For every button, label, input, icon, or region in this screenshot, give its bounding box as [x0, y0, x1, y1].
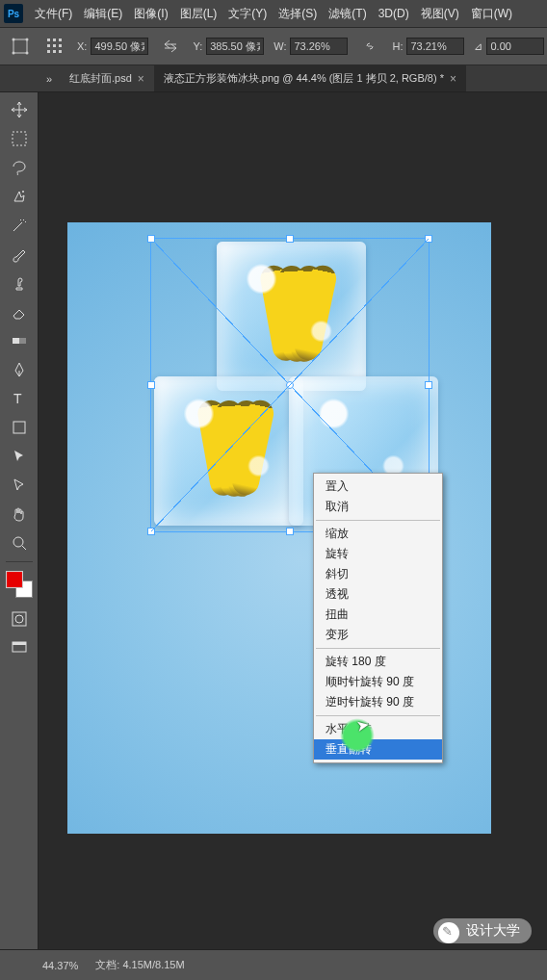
hand-tool-icon[interactable] [6, 501, 33, 528]
ctx-cancel[interactable]: 取消 [314, 497, 442, 517]
svg-rect-10 [59, 44, 62, 47]
eraser-tool-icon[interactable] [6, 298, 33, 325]
foreground-color-icon[interactable] [6, 571, 23, 588]
type-tool-icon[interactable]: T [6, 385, 33, 412]
x-input[interactable] [91, 38, 148, 55]
lasso-tool-icon[interactable] [6, 154, 33, 181]
svg-rect-13 [59, 50, 62, 53]
ctx-sep-1 [316, 520, 440, 521]
watermark-badge: 设计大学 [433, 918, 532, 943]
menu-edit[interactable]: 编辑(E) [84, 6, 122, 22]
status-doc-label: 文档: [95, 959, 119, 970]
brush-tool-icon[interactable] [6, 241, 33, 268]
svg-rect-6 [53, 39, 56, 41]
menu-select[interactable]: 选择(S) [278, 6, 317, 22]
ctx-scale[interactable]: 缩放 [314, 524, 442, 544]
tab-2-close-icon[interactable]: × [450, 72, 456, 86]
w-label: W: [274, 40, 286, 52]
ctx-rotate[interactable]: 旋转 [314, 544, 442, 564]
svg-rect-5 [47, 39, 50, 41]
ctx-flip-v[interactable]: 垂直翻转 [314, 739, 442, 760]
angle-label: ⊿ [474, 40, 482, 53]
y-field: Y: [193, 38, 264, 55]
y-label: Y: [193, 40, 202, 52]
status-bar: 44.37% 文档: 4.15M/8.15M [0, 949, 547, 980]
direct-select-tool-icon[interactable] [6, 472, 33, 499]
wand-tool-icon[interactable] [6, 212, 33, 239]
menu-window[interactable]: 窗口(W) [471, 6, 512, 22]
tab-1-label: 红底封面.psd [69, 71, 132, 86]
y-input[interactable] [206, 38, 264, 55]
svg-rect-14 [13, 132, 26, 145]
tab-2-label: 液态正方形装饰冰块.png @ 44.4% (图层 1 拷贝 2, RGB/8)… [164, 71, 444, 86]
ctx-rotate-cw[interactable]: 顺时针旋转 90 度 [314, 672, 442, 692]
w-input[interactable] [290, 38, 348, 55]
menu-image[interactable]: 图像(I) [134, 6, 168, 22]
menu-bar: Ps 文件(F) 编辑(E) 图像(I) 图层(L) 文字(Y) 选择(S) 滤… [0, 0, 547, 27]
tab-2[interactable]: 液态正方形装饰冰块.png @ 44.4% (图层 1 拷贝 2, RGB/8)… [154, 65, 466, 91]
zoom-tool-icon[interactable] [6, 529, 33, 556]
marquee-tool-icon[interactable] [6, 125, 33, 152]
gradient-tool-icon[interactable] [6, 327, 33, 354]
svg-rect-7 [59, 39, 62, 41]
svg-rect-0 [13, 39, 27, 53]
status-doc-value: 4.15M/8.15M [122, 959, 184, 970]
document-tabs: » 红底封面.psd × 液态正方形装饰冰块.png @ 44.4% (图层 1… [0, 65, 547, 92]
svg-rect-12 [53, 50, 56, 53]
pen-tool-icon[interactable] [6, 356, 33, 383]
status-zoom[interactable]: 44.37% [42, 960, 78, 971]
link-icon[interactable] [357, 34, 382, 59]
path-select-tool-icon[interactable] [6, 443, 33, 470]
menu-file[interactable]: 文件(F) [35, 6, 72, 22]
svg-point-3 [13, 52, 15, 55]
ctx-perspective[interactable]: 透视 [314, 584, 442, 605]
svg-rect-24 [13, 642, 26, 645]
menu-view[interactable]: 视图(V) [421, 6, 459, 22]
ctx-rotate-180[interactable]: 旋转 180 度 [314, 652, 442, 672]
ctx-rotate-ccw[interactable]: 逆时针旋转 90 度 [314, 692, 442, 712]
menu-filter[interactable]: 滤镜(T) [328, 6, 366, 22]
angle-input[interactable] [486, 38, 544, 55]
stamp-tool-icon[interactable] [6, 270, 33, 297]
svg-point-15 [22, 191, 24, 193]
ctx-distort[interactable]: 扭曲 [314, 605, 442, 625]
status-doc[interactable]: 文档: 4.15M/8.15M [95, 958, 184, 972]
quickmask-tool-icon[interactable] [6, 606, 33, 632]
svg-rect-8 [47, 44, 50, 47]
watermark-text: 设计大学 [466, 922, 520, 938]
svg-point-22 [15, 615, 23, 623]
app-icon: Ps [4, 4, 23, 23]
tabs-dropdown-icon[interactable]: » [39, 73, 60, 85]
tab-1-close-icon[interactable]: × [138, 72, 144, 86]
h-label: H: [392, 40, 403, 52]
canvas-viewport[interactable]: 置入 取消 缩放 旋转 斜切 透视 扭曲 变形 旋转 180 度 顺时针旋转 9… [39, 92, 547, 949]
svg-point-2 [26, 39, 29, 41]
menu-3d[interactable]: 3D(D) [378, 7, 409, 20]
tool-bar: T [0, 92, 39, 949]
reference-point-icon[interactable] [42, 34, 67, 59]
handle-top-right[interactable] [425, 235, 432, 243]
svg-rect-21 [13, 612, 26, 626]
ctx-place[interactable]: 置入 [314, 477, 442, 497]
context-menu: 置入 取消 缩放 旋转 斜切 透视 扭曲 变形 旋转 180 度 顺时针旋转 9… [313, 473, 443, 763]
options-bar: X: Y: W: H: ⊿ [0, 27, 547, 65]
w-field: W: [274, 38, 348, 55]
screenmode-tool-icon[interactable] [6, 634, 33, 661]
svg-point-1 [13, 39, 15, 41]
svg-rect-17 [13, 338, 19, 344]
h-input[interactable] [406, 38, 464, 55]
menu-type[interactable]: 文字(Y) [228, 6, 267, 22]
ctx-flip-h[interactable]: 水平翻转 [314, 719, 442, 739]
ctx-warp[interactable]: 变形 [314, 625, 442, 645]
move-tool-icon[interactable] [6, 96, 33, 123]
swap-xy-icon[interactable] [158, 34, 183, 59]
menu-layer[interactable]: 图层(L) [180, 6, 218, 22]
ctx-skew[interactable]: 斜切 [314, 564, 442, 584]
tab-1[interactable]: 红底封面.psd × [60, 65, 154, 91]
shape-tool-icon[interactable] [6, 414, 33, 441]
svg-rect-19 [13, 422, 25, 433]
transform-tool-icon[interactable] [8, 34, 33, 59]
ctx-sep-2 [316, 648, 440, 649]
quick-select-tool-icon[interactable] [6, 183, 33, 210]
color-swatches[interactable] [6, 571, 33, 598]
